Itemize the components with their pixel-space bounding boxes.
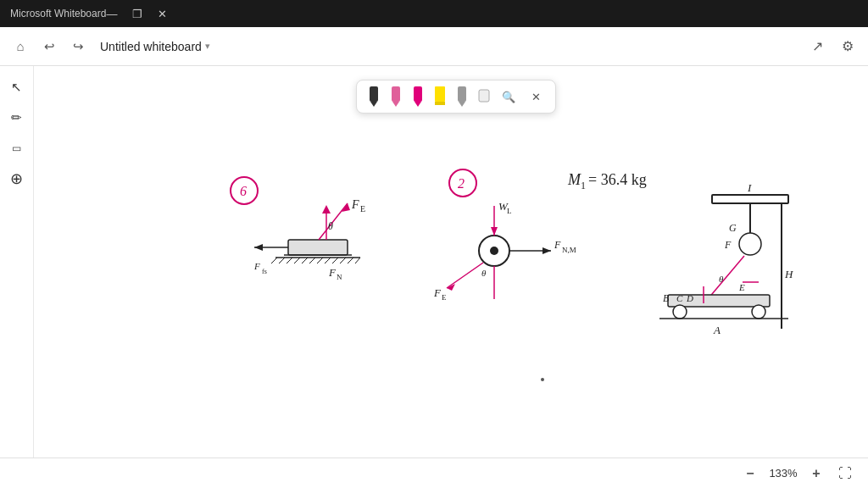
eraser-tool[interactable]: ▭ [4,136,30,161]
topbar: ⌂ ↩ ↪ Untitled whiteboard ▾ ↗ ⚙ [0,27,868,66]
svg-rect-8 [458,86,466,102]
redo-button[interactable]: ↪ [66,35,90,58]
svg-rect-0 [370,86,378,102]
diagram1-hatch4 [294,258,300,263]
svg-rect-7 [435,102,445,105]
diagram2-wl-subscript: L [507,207,512,215]
svg-rect-2 [392,86,400,102]
mass-subscript: 1 [581,180,586,191]
diagram3-c-label: C [676,293,683,303]
diagram1-fn-arrowhead [322,205,331,214]
diagram3-d-label: D [686,293,693,303]
svg-marker-9 [459,102,465,107]
app-name: Microsoft Whiteboard [10,8,106,19]
magenta-pen-button[interactable] [409,86,426,108]
zoom-in-icon: + [812,466,820,481]
svg-marker-3 [392,102,399,107]
close-button[interactable]: ✕ [158,8,167,20]
diagram3-b-label: B [663,292,670,304]
diagram1-block [288,240,348,255]
close-icon: ✕ [531,91,541,103]
topbar-right: ↗ ⚙ [805,35,860,58]
diagram3-i-label: I [747,181,752,194]
pink-pen-button[interactable] [387,86,404,108]
diagram1-ffs-label: F [253,261,260,271]
black-pen-button[interactable] [365,86,382,108]
diagram1-label-text: 6 [240,184,247,198]
diagram2-fe-arrow [447,263,483,288]
diagram2-fe-subscript: E [442,293,447,302]
diagram1-fn-label: F [328,266,337,279]
diagram3-arm [708,256,744,299]
diagram3-a-label: A [713,324,721,336]
fit-to-screen-button[interactable]: ⛶ [834,463,856,485]
add-tool[interactable]: ⊕ [4,166,30,191]
statusbar: − 133% + ⛶ [0,458,868,488]
eraser-button[interactable] [476,86,492,108]
diagram1-fe-arrow [319,203,348,240]
diagram1-hatch10 [340,258,346,263]
titlebar: Microsoft Whiteboard — ❐ ✕ [0,0,868,27]
home-button[interactable]: ⌂ [8,35,32,58]
diagram1-hatch3 [287,258,292,263]
redo-icon: ↪ [73,39,84,54]
diagram3-cart [668,295,770,307]
pen-close-button[interactable]: ✕ [525,86,547,108]
diagram1-fe-subscript: E [360,204,365,214]
svg-marker-5 [415,102,421,107]
diagram1-theta: θ [328,220,333,232]
settings-icon: ⚙ [842,38,854,54]
search-icon: 🔍 [502,91,515,103]
yellow-highlighter-button[interactable] [431,86,448,108]
pen-toolbar: 🔍 ✕ [356,80,556,114]
share-icon: ↗ [812,38,823,54]
zoom-out-button[interactable]: − [739,463,761,485]
diagram1-hatch7 [317,258,323,263]
diagram2-wl-arrowhead [491,227,498,236]
svg-rect-10 [479,90,489,102]
diagram1-hatch12 [355,258,360,263]
diagram2-theta: θ [481,268,487,278]
mass-label: M [567,171,581,188]
dropdown-icon: ▾ [205,41,210,52]
diagram2-pulley-hub [490,247,498,255]
diagram1-hatch11 [348,258,353,263]
diagram3-theta: θ [719,274,724,284]
settings-button[interactable]: ⚙ [836,35,860,58]
diagram2-fe-label: F [433,286,442,299]
diagram3-wheel-left [673,305,687,319]
diagram1-hatch8 [325,258,331,263]
diagram3-wheel-right [752,305,765,319]
diagram3-top-bar [712,195,788,203]
diagram2-label-text: 2 [458,176,465,191]
sidebar: ↖ ✏ ▭ ⊕ [0,66,34,488]
diagram3-h-label: H [784,268,793,280]
whiteboard-content: M 1 = 36.4 kg 6 F E θ F [34,66,868,488]
pen-search-button[interactable]: 🔍 [498,86,520,108]
undo-button[interactable]: ↩ [37,35,61,58]
canvas[interactable]: 🔍 ✕ M 1 = 36.4 kg 6 [34,66,868,488]
diagram2-fnm-arrowhead [542,247,551,254]
diagram1-hatch6 [309,258,315,263]
share-button[interactable]: ↗ [805,35,829,58]
mass-equation: = 36.4 kg [588,171,647,188]
restore-button[interactable]: ❐ [132,8,142,20]
diagram1-hatch2 [279,258,285,263]
doc-title-text: Untitled whiteboard [100,40,202,53]
svg-marker-1 [370,102,377,107]
zoom-level: 133% [768,467,798,480]
diagram1-hatch5 [302,258,308,263]
gray-pen-button[interactable] [453,86,470,108]
diagram1-hatch9 [332,258,338,263]
diagram2-fnm-label: F [554,239,561,251]
zoom-in-button[interactable]: + [805,463,827,485]
canvas-dot [541,378,544,381]
undo-icon: ↩ [44,39,55,54]
diagram3-e-label: E [738,282,745,292]
diagram1-hatch1 [271,258,277,263]
minimize-button[interactable]: — [106,8,117,20]
diagram3-g-label: G [729,222,737,234]
pen-tool[interactable]: ✏ [4,105,30,130]
select-tool[interactable]: ↖ [4,75,30,100]
doc-title[interactable]: Untitled whiteboard ▾ [100,40,210,53]
